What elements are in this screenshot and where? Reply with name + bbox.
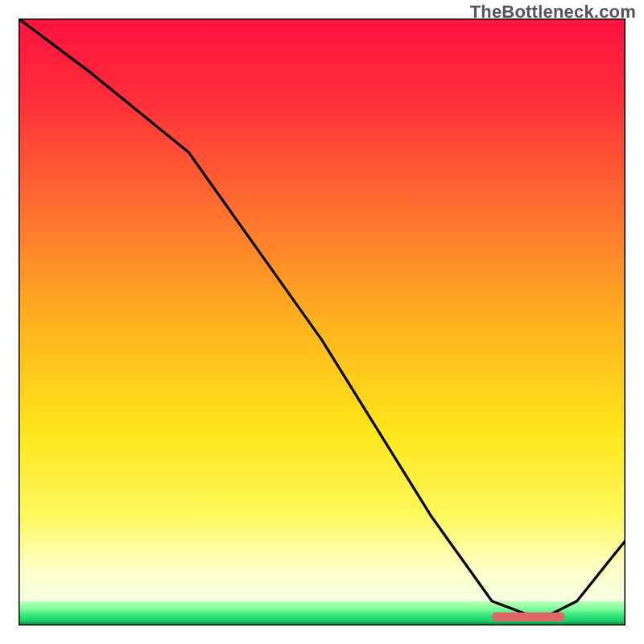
- chart-background-gradient: [19, 19, 625, 625]
- optimal-range-marker: [492, 613, 565, 621]
- watermark-text: TheBottleneck.com: [470, 2, 636, 23]
- chart-container: [19, 19, 625, 625]
- page-root: TheBottleneck.com: [0, 0, 644, 644]
- bottleneck-chart: [19, 19, 625, 625]
